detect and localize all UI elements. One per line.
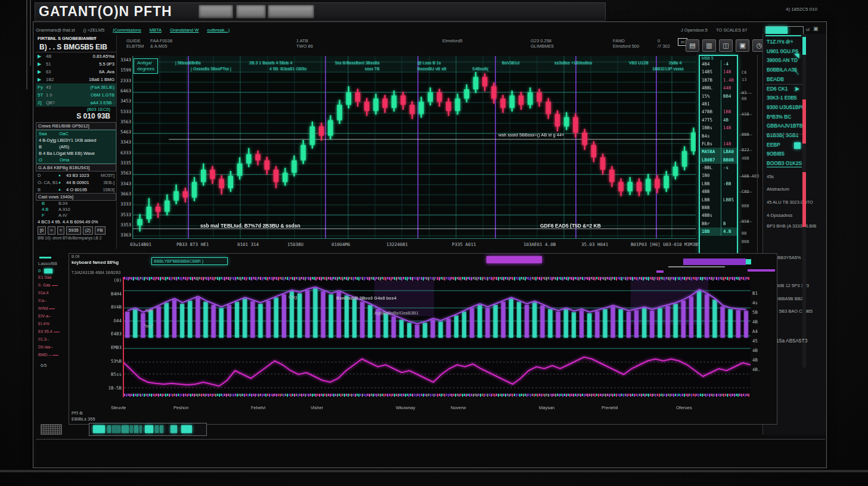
market-row[interactable]: ▶1B21Ba6 1 BMG: [36, 76, 116, 83]
dom-row[interactable]: 1BBs14B: [700, 124, 737, 132]
menu-link-3[interactable]: outbreak...): [207, 27, 230, 33]
dom-row[interactable]: 1BB4.B: [700, 228, 737, 235]
segment-block-3[interactable]: [122, 425, 129, 433]
dom-row[interactable]: B4s: [700, 132, 737, 140]
indicator-list-item[interactable]: EIV-a--: [38, 314, 68, 322]
pencil-icon[interactable]: ⟍: [794, 68, 799, 76]
segment-block-8[interactable]: [155, 425, 159, 433]
toolbar-label-0[interactable]: GUIDEELBT5M: [126, 38, 144, 49]
menu-link-1[interactable]: MBTA: [150, 27, 162, 33]
segment-block-4[interactable]: [130, 425, 133, 433]
dom-row[interactable]: 4B1: [700, 100, 737, 108]
menu-item-0[interactable]: Grammars@ that.st: [36, 27, 75, 33]
right-menu-item-8[interactable]: B*B3% BC: [767, 114, 791, 120]
market-row[interactable]: ▶4B0.83 A5%a: [36, 52, 116, 60]
teal-chip[interactable]: [44, 269, 52, 273]
cast-section-header[interactable]: Cast vows 1940s]: [36, 193, 116, 201]
indicator-list-item[interactable]: II1a.4: [38, 291, 68, 298]
grip-button[interactable]: [41, 424, 62, 435]
dom-row[interactable]: 15%BB4: [700, 92, 737, 100]
right-menu-item-3[interactable]: B0BBILA A35: [767, 67, 797, 73]
indicator-list-item[interactable]: E1 0aa: [38, 275, 68, 283]
candlestick-canvas[interactable]: [132, 56, 696, 239]
dom-row[interactable]: 14B514B: [700, 68, 737, 76]
window-icon[interactable]: ▣: [736, 39, 749, 52]
market-row[interactable]: 5T1 0O6M 1.GTB: [36, 91, 116, 99]
position-row[interactable]: B▲4 O 6019515B3]: [36, 186, 116, 193]
position-row[interactable]: O- CA, B1▲44 B 009013EB-]: [36, 179, 116, 186]
toolbar-label-1[interactable]: FAA F0038& A.M05: [150, 38, 172, 49]
segment-block-2[interactable]: [112, 425, 120, 433]
dom-row[interactable]: FLBs14B: [700, 140, 737, 148]
segment-block-11[interactable]: [181, 425, 192, 433]
indicator-list-item[interactable]: BMD.--: [38, 353, 68, 360]
dom-row[interactable]: 47T54B: [700, 116, 737, 124]
sidebar-button-4[interactable]: (2): [83, 226, 93, 235]
indicator-list-item[interactable]: IinNd: [38, 306, 68, 314]
scroll-thumb-teal[interactable]: [802, 37, 806, 55]
indicator-list-item[interactable]: II:a--: [38, 298, 68, 306]
right-menu-item-0[interactable]: T1Z.IYs dr+: [767, 39, 793, 45]
right-menu-grey-item-1[interactable]: Abstractum: [767, 186, 789, 192]
teal-cap[interactable]: [746, 259, 751, 264]
toolbar-label-6[interactable]: 0/7 302: [658, 38, 670, 49]
indicator-list-item[interactable]: II. Gas: [38, 283, 68, 291]
segment-block-6[interactable]: [140, 425, 142, 433]
right-menu-item-11[interactable]: EEBP: [767, 142, 780, 148]
right-menu-grey-item-4[interactable]: BP3 BHB (A 3333) B.BIB: [767, 223, 816, 229]
segment-block-5[interactable]: [134, 425, 138, 433]
toolbar-label-3[interactable]: Elmsford5: [442, 38, 463, 43]
right-panel-footer[interactable]: 15a AB5A5T3: [776, 338, 807, 344]
menu-item-1[interactable]: () <ZELM5: [83, 27, 105, 33]
right-menu-item-10[interactable]: B1B3B( 3GB1: [767, 132, 798, 138]
titlebar-button-2[interactable]: [236, 5, 266, 18]
main-chart[interactable]: 3343159923336463345353333563546333436333…: [117, 54, 695, 251]
list-icon[interactable]: ul: [806, 27, 810, 32]
dom-row[interactable]: -BBL-s: [700, 164, 737, 172]
right-menu-item-12[interactable]: 9OBIB5: [767, 151, 785, 157]
sidebar-button-0[interactable]: [0: [38, 226, 46, 235]
indicator-list-item[interactable]: EI.4%: [38, 322, 68, 329]
depth-of-market-ladder[interactable]: MBB 5 4B4-414B514B1B7B1.4B4BBL44B15%BB44…: [699, 55, 738, 255]
order-section-header[interactable]: Crews RB1/B9B GP5012]: [36, 122, 116, 130]
right-menu-grey-item-2[interactable]: 45 ALU TB 3023.0 5TO: [767, 200, 813, 205]
dom-row[interactable]: LBBLBB5: [700, 196, 737, 204]
cursor-icon[interactable]: ➤: [794, 85, 799, 93]
indicator-list-item[interactable]: EIi 95.4: [38, 329, 68, 337]
market-row[interactable]: ▶515.5 0P3: [36, 60, 116, 68]
crosshair-icon[interactable]: ◫: [719, 39, 733, 52]
position-row[interactable]: D▲43 B3 1023MO5T]: [36, 172, 116, 179]
chart-legend[interactable]: Antiga/ degrees: [134, 58, 158, 74]
segment-block-1[interactable]: [107, 425, 111, 433]
toolbar-label-5[interactable]: FANDElmsford 500: [613, 38, 639, 49]
segment-block-0[interactable]: [93, 425, 105, 433]
dom-row[interactable]: 1B0: [700, 172, 737, 179]
market-row[interactable]: Fy43(FaA 3ELIE): [36, 83, 116, 91]
right-menu-item-4[interactable]: BEADB: [767, 76, 784, 82]
toolbar-label-4[interactable]: G23 0.258GLIMBME5: [531, 38, 554, 49]
menu-right-item-0[interactable]: J Opendoor.5: [681, 27, 708, 33]
sidebar-button-5[interactable]: FB: [95, 226, 106, 235]
checkbox-icon[interactable]: [794, 142, 801, 149]
sidebar-button-1[interactable]: =: [48, 226, 55, 235]
right-panel-scrollbar[interactable]: [802, 34, 806, 367]
candle-icon[interactable]: ▥: [702, 39, 716, 52]
progress-bar[interactable]: BBBLYBPBBBBBBCBBR ): [151, 257, 228, 265]
titlebar-button-3[interactable]: [268, 5, 314, 18]
right-menu-item-9[interactable]: GBBAAJV1BTB: [767, 123, 802, 129]
right-menu-item-2[interactable]: 3900S AN TD: [767, 57, 798, 63]
dom-row[interactable]: 4BBs: [700, 211, 737, 219]
segment-block-10[interactable]: [170, 425, 177, 433]
toolbar-label-2[interactable]: 1 ATBTWO 86: [296, 38, 313, 49]
right-menu-item-7[interactable]: 9300 U3U51BPB: [767, 104, 805, 110]
dom-row[interactable]: 4B4-4: [700, 60, 737, 68]
titlebar-button-1[interactable]: [199, 5, 233, 18]
grid-icon[interactable]: ▤: [686, 39, 699, 52]
trend-up-icon[interactable]: ◥: [794, 52, 799, 60]
right-menu-item-1[interactable]: U901 0GU.P6: [767, 48, 798, 54]
dom-row[interactable]: LBB-BB: [700, 180, 737, 188]
right-menu-item-underlined[interactable]: BOOB3 O1K2S: [767, 160, 802, 167]
right-menu-item-5[interactable]: ED6 CK1: [767, 86, 788, 92]
segment-toolbar[interactable]: [89, 423, 207, 436]
dom-row[interactable]: 4BB: [700, 188, 737, 195]
